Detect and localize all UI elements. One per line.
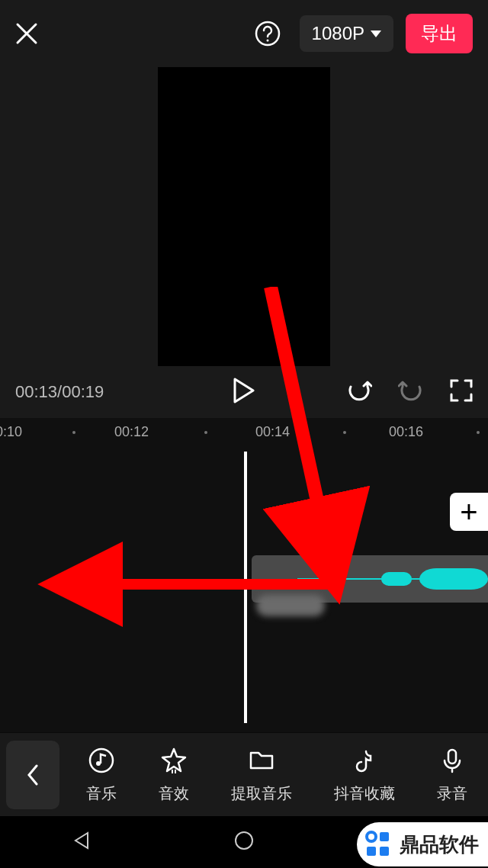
timecode: 00:13/00:19 (15, 382, 104, 402)
tick-label: 00:14 (255, 424, 290, 440)
triangle-back-icon (71, 830, 92, 851)
nav-home[interactable] (233, 830, 255, 854)
close-icon (15, 22, 38, 45)
tool-label: 音效 (159, 783, 189, 804)
back-button[interactable] (6, 741, 59, 809)
redo-button[interactable] (398, 379, 424, 405)
help-icon (254, 20, 281, 47)
chevron-left-icon (26, 764, 40, 786)
tool-sfx[interactable]: 音效 (159, 745, 189, 804)
tool-record[interactable]: 录音 (437, 745, 467, 804)
folder-icon (246, 745, 277, 776)
watermark: 鼎品软件 (357, 822, 488, 866)
svg-point-1 (266, 40, 268, 42)
tool-music[interactable]: 音乐 (86, 745, 117, 804)
resolution-label: 1080P (312, 23, 364, 44)
resolution-dropdown[interactable]: 1080P (300, 15, 393, 52)
waveform (297, 568, 488, 590)
undo-button[interactable] (346, 379, 372, 405)
tick-label: 00:16 (389, 424, 423, 440)
tick-label: 0:10 (0, 424, 22, 440)
play-button[interactable] (233, 378, 255, 407)
svg-rect-6 (448, 750, 456, 764)
watermark-text: 鼎品软件 (400, 831, 479, 858)
fullscreen-icon (450, 379, 473, 402)
svg-rect-10 (380, 832, 389, 841)
nav-back[interactable] (71, 830, 92, 854)
fullscreen-button[interactable] (450, 379, 473, 405)
tool-label: 提取音乐 (231, 783, 292, 804)
video-frame (158, 67, 330, 366)
close-button[interactable] (15, 22, 38, 45)
tool-label: 音乐 (86, 783, 117, 804)
play-icon (233, 378, 255, 403)
tool-douyin-favorites[interactable]: 抖音收藏 (334, 745, 395, 804)
tool-extract[interactable]: 提取音乐 (231, 745, 292, 804)
svg-rect-11 (367, 847, 376, 856)
help-button[interactable] (254, 20, 281, 47)
tool-label: 录音 (437, 783, 467, 804)
chevron-down-icon (371, 31, 381, 37)
svg-point-9 (367, 832, 376, 841)
redo-icon (398, 379, 424, 402)
export-button[interactable]: 导出 (406, 14, 473, 53)
star-icon (159, 745, 189, 776)
tick-label: 00:12 (114, 424, 149, 440)
timeline[interactable]: 0:10 00:12 00:14 00:16 + (0, 418, 488, 732)
undo-icon (346, 379, 372, 402)
mic-icon (437, 745, 467, 776)
playhead[interactable] (244, 452, 247, 723)
add-clip-button[interactable]: + (450, 493, 488, 531)
track-label-blurred (256, 595, 325, 616)
svg-rect-12 (380, 847, 389, 856)
music-icon (86, 745, 117, 776)
svg-point-7 (236, 832, 252, 849)
circle-home-icon (233, 830, 255, 851)
timeline-ruler: 0:10 00:12 00:14 00:16 (0, 418, 488, 447)
tool-label: 抖音收藏 (334, 783, 395, 804)
douyin-icon (349, 745, 380, 776)
watermark-logo-icon (363, 828, 395, 860)
video-preview[interactable] (0, 67, 488, 366)
